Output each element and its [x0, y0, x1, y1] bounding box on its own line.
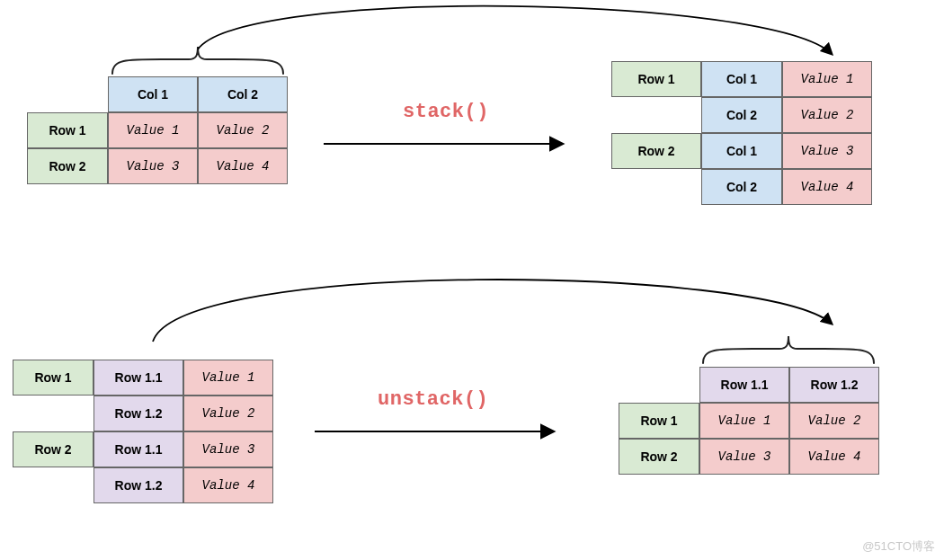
stack-input-table: Col 1 Col 2 Row 1 Value 1 Value 2 Row 2 … [27, 76, 288, 184]
sub-row-header: Row 1.1 [94, 431, 183, 467]
row-header: Row 2 [27, 148, 108, 184]
arrow-icon [310, 422, 562, 440]
unstack-label: unstack() [378, 388, 488, 411]
col-header: Col 2 [198, 76, 288, 112]
cell-value: Value 2 [782, 97, 872, 133]
row-header: Row 2 [619, 439, 699, 475]
cell-value: Value 4 [789, 439, 879, 475]
cell-value: Value 1 [108, 112, 198, 148]
col-header: Row 1.2 [789, 367, 879, 403]
cell-value: Value 1 [183, 360, 273, 396]
unstack-output-table: Row 1.1 Row 1.2 Row 1 Value 1 Value 2 Ro… [619, 367, 879, 475]
cell-value: Value 2 [183, 396, 273, 431]
arrow-icon [319, 135, 571, 153]
sub-row-header: Row 1.2 [94, 467, 183, 503]
cell-value: Value 3 [183, 431, 273, 467]
col-header: Col 1 [701, 61, 782, 97]
row-header: Row 2 [13, 431, 94, 467]
cell-value: Value 4 [198, 148, 288, 184]
stack-output-table: Row 1 Col 1 Value 1 Col 2 Value 2 Row 2 … [611, 61, 872, 205]
cell-value: Value 1 [782, 61, 872, 97]
cell-value: Value 3 [699, 439, 789, 475]
row-header: Row 2 [611, 133, 701, 169]
cell-value: Value 3 [782, 133, 872, 169]
cell-value: Value 2 [198, 112, 288, 148]
sub-row-header: Row 1.2 [94, 396, 183, 431]
unstack-input-table: Row 1 Row 1.1 Value 1 Row 1.2 Value 2 Ro… [13, 360, 273, 503]
row-header: Row 1 [27, 112, 108, 148]
col-header: Col 1 [701, 133, 782, 169]
row-header: Row 1 [611, 61, 701, 97]
cell-value: Value 1 [699, 403, 789, 439]
row-header: Row 1 [13, 360, 94, 396]
cell-value: Value 4 [183, 467, 273, 503]
blank-cell [619, 367, 699, 403]
cell-value: Value 2 [789, 403, 879, 439]
col-header: Col 2 [701, 97, 782, 133]
col-header: Col 2 [701, 169, 782, 205]
stack-label: stack() [403, 101, 489, 123]
col-header: Col 1 [108, 76, 198, 112]
col-header: Row 1.1 [699, 367, 789, 403]
cell-value: Value 3 [108, 148, 198, 184]
watermark-text: @51CTO博客 [862, 538, 935, 555]
blank-cell [27, 76, 108, 112]
sub-row-header: Row 1.1 [94, 360, 183, 396]
cell-value: Value 4 [782, 169, 872, 205]
brace-icon [699, 333, 878, 365]
row-header: Row 1 [619, 403, 699, 439]
